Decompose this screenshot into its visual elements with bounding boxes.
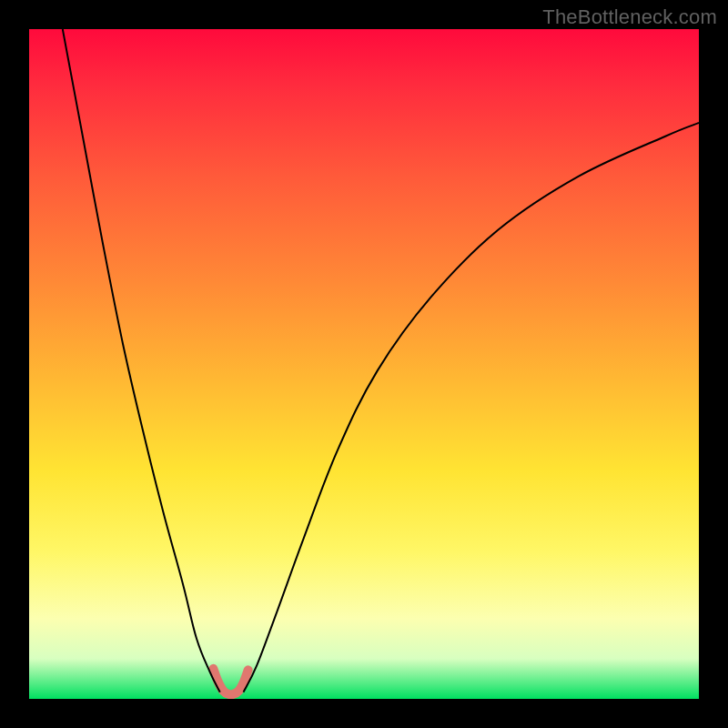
plot-svg bbox=[29, 29, 699, 699]
watermark-text: TheBottleneck.com bbox=[542, 5, 717, 29]
plot-area bbox=[29, 29, 699, 699]
curve-left bbox=[63, 29, 220, 693]
chart-frame: TheBottleneck.com bbox=[0, 0, 728, 728]
curve-right bbox=[244, 123, 699, 693]
